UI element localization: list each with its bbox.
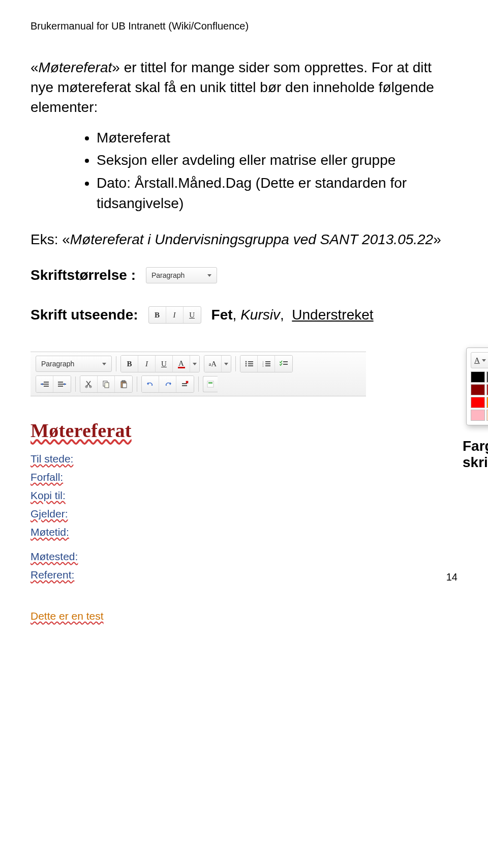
svg-point-2 [245, 363, 247, 365]
bullet-list: Møtereferat Seksjon eller avdeling eller… [97, 128, 458, 214]
svg-rect-20 [58, 386, 63, 387]
svg-rect-16 [44, 386, 49, 387]
indent-button[interactable] [53, 376, 71, 392]
font-size-label: Skriftstørrelse : [30, 267, 136, 283]
copy-button[interactable] [98, 376, 115, 392]
svg-rect-5 [248, 365, 253, 366]
style-tail: Fet, Kursiv, Understreket [211, 307, 374, 323]
svg-rect-28 [123, 383, 127, 388]
palette-text-color-button[interactable]: A [471, 352, 488, 368]
svg-rect-13 [283, 364, 288, 365]
svg-rect-7 [265, 361, 270, 362]
bullet-item: Møtereferat [97, 128, 458, 149]
svg-point-4 [245, 365, 247, 367]
check-list-button[interactable] [275, 356, 292, 372]
svg-text:3: 3 [262, 365, 264, 367]
text-color-dropdown[interactable] [190, 356, 199, 372]
underline-button-2[interactable]: U [156, 356, 173, 372]
sample-field: Forfall: [30, 471, 458, 483]
document-header: Brukermanual for UB Intranett (Wiki/Conf… [30, 20, 458, 32]
italic-button-2[interactable]: I [138, 356, 156, 372]
small-text-dropdown[interactable] [222, 356, 231, 372]
sample-field: Til stede: [30, 453, 458, 465]
sample-field: Gjelder: [30, 508, 458, 520]
bold-button-2[interactable]: B [121, 356, 138, 372]
svg-rect-14 [44, 382, 49, 383]
font-size-row: Skriftstørrelse : Paragraph [30, 267, 458, 283]
sample-field: Møtetid: [30, 526, 458, 538]
redo-button[interactable] [159, 376, 176, 392]
text-color-button[interactable]: A [173, 356, 190, 372]
svg-rect-3 [248, 363, 253, 364]
svg-rect-27 [122, 381, 125, 382]
underline-button[interactable]: U [184, 307, 201, 323]
bold-button[interactable]: B [149, 307, 166, 323]
intro-paragraph: «Møtereferat» er tittel for mange sider … [30, 57, 458, 118]
chevron-down-icon [193, 363, 197, 365]
page-number: 14 [446, 571, 458, 583]
svg-rect-9 [265, 363, 270, 364]
svg-rect-31 [207, 381, 214, 387]
sample-field: Kopi til: [30, 489, 458, 502]
sample-field: Referent: [30, 569, 446, 581]
svg-marker-21 [64, 383, 66, 385]
editor-sample-area: Møtereferat Til stede: Forfall: Kopi til… [30, 419, 458, 622]
svg-rect-1 [248, 361, 253, 362]
sample-field: Møtested: [30, 551, 446, 563]
example-line: Eks: «Møtereferat i Undervisningsgruppa … [30, 229, 458, 249]
chevron-down-icon [482, 359, 486, 362]
color-swatch-grid [471, 371, 488, 421]
paragraph-dropdown[interactable]: Paragraph [146, 267, 217, 283]
chevron-down-icon [102, 363, 106, 365]
font-style-row: Skrift utseende: B I U Fet, Kursiv, Unde… [30, 306, 458, 324]
number-list-button[interactable]: 123 [258, 356, 275, 372]
bullet-list-button[interactable] [240, 356, 258, 372]
color-swatch[interactable] [471, 371, 485, 383]
chevron-down-icon [224, 363, 228, 365]
svg-rect-25 [105, 383, 109, 388]
color-swatch[interactable] [471, 397, 485, 408]
chevron-down-icon [207, 274, 211, 277]
cut-button[interactable] [80, 376, 98, 392]
color-palette-popup: A aA 123 [466, 348, 488, 425]
svg-rect-11 [265, 365, 270, 366]
clear-format-button[interactable] [176, 376, 194, 392]
bullet-item: Seksjon eller avdeling eller matrise ell… [97, 150, 458, 171]
sample-test-line: Dette er en test [30, 610, 458, 622]
font-style-label: Skrift utseende: [30, 307, 138, 323]
svg-rect-32 [208, 382, 212, 384]
sample-title: Møtereferat [30, 419, 458, 442]
svg-rect-12 [283, 361, 288, 362]
palette-caption: Fargepallett for skrift [463, 438, 488, 471]
color-swatch[interactable] [471, 384, 485, 395]
italic-button[interactable]: I [166, 307, 184, 323]
paragraph-dropdown-2[interactable]: Paragraph [36, 356, 112, 372]
paste-button[interactable] [115, 376, 132, 392]
undo-button[interactable] [142, 376, 159, 392]
bullet-item: Dato: Årstall.Måned.Dag (Dette er standa… [97, 173, 458, 214]
svg-marker-17 [41, 383, 43, 385]
small-text-button[interactable]: aA [204, 356, 222, 372]
svg-point-0 [245, 361, 247, 363]
biu-group: B I U [148, 306, 201, 324]
editor-toolbar: Paragraph B I U A a [30, 352, 366, 396]
outdent-button[interactable] [36, 376, 53, 392]
svg-rect-30 [182, 385, 187, 386]
svg-rect-18 [58, 382, 63, 383]
insert-button[interactable] [203, 376, 218, 392]
color-swatch[interactable] [471, 410, 485, 421]
